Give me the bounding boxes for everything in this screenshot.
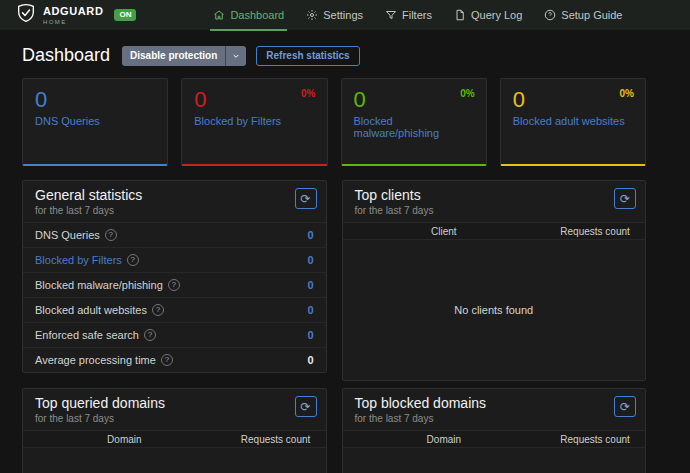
document-icon xyxy=(454,9,466,21)
page-title: Dashboard xyxy=(22,45,110,66)
stat-card-blocked-adult: 0 Blocked adult websites 0% xyxy=(500,78,646,166)
panel-title: Top queried domains xyxy=(35,396,314,411)
help-icon[interactable]: ? xyxy=(105,229,117,241)
stat-value: 0 xyxy=(513,87,633,112)
refresh-icon[interactable]: ⟳ xyxy=(614,188,636,209)
home-icon xyxy=(213,9,225,21)
stat-value: 0 xyxy=(354,87,474,112)
help-icon[interactable]: ? xyxy=(144,329,156,341)
panel-subtitle: for the last 7 days xyxy=(35,413,314,424)
panel-subtitle: for the last 7 days xyxy=(355,205,634,216)
empty-state xyxy=(23,448,326,473)
refresh-statistics-button[interactable]: Refresh statistics xyxy=(256,46,359,66)
top-nav-bar: ADGUARD HOME ON Dashboard Settings xyxy=(0,0,690,30)
help-icon[interactable]: ? xyxy=(168,279,180,291)
stat-label-link[interactable]: Blocked by Filters xyxy=(194,115,314,127)
panels-row-2: Top queried domains for the last 7 days … xyxy=(22,388,646,473)
stat-row-avg-processing-time: Average processing time ? 0 xyxy=(23,347,326,372)
gear-icon xyxy=(306,9,318,21)
refresh-icon[interactable]: ⟳ xyxy=(295,396,317,417)
disable-protection-button[interactable]: Disable protection xyxy=(122,46,246,66)
stat-label-link[interactable]: Blocked adult websites xyxy=(513,115,633,127)
refresh-icon[interactable]: ⟳ xyxy=(614,396,636,417)
table-header: Domain Requests count xyxy=(343,430,646,448)
nav-item-settings[interactable]: Settings xyxy=(295,0,374,30)
chevron-down-icon[interactable] xyxy=(225,46,246,66)
top-clients-panel: Top clients for the last 7 days ⟳ Client… xyxy=(342,180,647,381)
adguard-logo: ADGUARD HOME ON xyxy=(16,3,136,27)
stat-label-link[interactable]: Blocked malware/phishing xyxy=(354,115,474,139)
stat-row-safe-search: Enforced safe search ? 0 xyxy=(23,322,326,347)
shield-check-icon xyxy=(16,3,36,27)
stat-cards-row: 0 DNS Queries 0 Blocked by Filters 0% 0 … xyxy=(22,78,646,166)
stat-card-blocked-by-filters: 0 Blocked by Filters 0% xyxy=(181,78,327,166)
stat-value: 0 xyxy=(194,87,314,112)
column-header-domain: Domain xyxy=(23,434,226,445)
column-header-requests-count: Requests count xyxy=(545,434,645,445)
table-header: Client Requests count xyxy=(343,222,646,240)
column-header-requests-count: Requests count xyxy=(545,226,645,237)
page-header: Dashboard Disable protection Refresh sta… xyxy=(22,45,646,66)
column-header-client: Client xyxy=(343,226,546,237)
empty-state: No clients found xyxy=(343,240,646,380)
panel-subtitle: for the last 7 days xyxy=(355,413,634,424)
stat-percent: 0% xyxy=(460,88,474,99)
column-header-requests-count: Requests count xyxy=(226,434,326,445)
help-icon[interactable]: ? xyxy=(161,354,173,366)
main-nav: Dashboard Settings Filters xyxy=(202,0,633,30)
column-header-domain: Domain xyxy=(343,434,546,445)
stat-percent: 0% xyxy=(620,88,634,99)
stat-card-blocked-malware: 0 Blocked malware/phishing 0% xyxy=(341,78,487,166)
help-circle-icon xyxy=(544,9,556,21)
panel-title: Top blocked domains xyxy=(355,396,634,411)
panel-title: General statistics xyxy=(35,188,314,203)
protection-status-badge: ON xyxy=(114,9,136,21)
nav-item-filters[interactable]: Filters xyxy=(374,0,443,30)
nav-item-dashboard[interactable]: Dashboard xyxy=(202,0,295,30)
nav-item-setup-guide[interactable]: Setup Guide xyxy=(533,0,633,30)
brand-name: ADGUARD xyxy=(43,6,103,17)
general-statistics-panel: General statistics for the last 7 days ⟳… xyxy=(22,180,327,373)
nav-item-query-log[interactable]: Query Log xyxy=(443,0,533,30)
dashboard-page: Dashboard Disable protection Refresh sta… xyxy=(0,30,690,473)
help-icon[interactable]: ? xyxy=(152,304,164,316)
stat-card-dns-queries: 0 DNS Queries xyxy=(22,78,168,166)
table-header: Domain Requests count xyxy=(23,430,326,448)
panel-subtitle: for the last 7 days xyxy=(35,205,314,216)
stat-row-blocked-adult: Blocked adult websites ? 0 xyxy=(23,297,326,322)
brand-sub: HOME xyxy=(43,19,103,25)
refresh-icon[interactable]: ⟳ xyxy=(295,188,317,209)
panels-row-1: General statistics for the last 7 days ⟳… xyxy=(22,180,646,381)
stat-percent: 0% xyxy=(301,88,315,99)
empty-state xyxy=(343,448,646,473)
stat-row-blocked-by-filters: Blocked by Filters ? 0 xyxy=(23,247,326,272)
filter-icon xyxy=(385,9,397,21)
top-blocked-domains-panel: Top blocked domains for the last 7 days … xyxy=(342,388,647,473)
stat-value: 0 xyxy=(35,87,155,112)
stat-label-link[interactable]: DNS Queries xyxy=(35,115,155,127)
help-icon[interactable]: ? xyxy=(127,254,139,266)
panel-title: Top clients xyxy=(355,188,634,203)
stat-row-blocked-malware: Blocked malware/phishing ? 0 xyxy=(23,272,326,297)
stat-row-dns-queries: DNS Queries ? 0 xyxy=(23,222,326,247)
top-queried-domains-panel: Top queried domains for the last 7 days … xyxy=(22,388,327,473)
